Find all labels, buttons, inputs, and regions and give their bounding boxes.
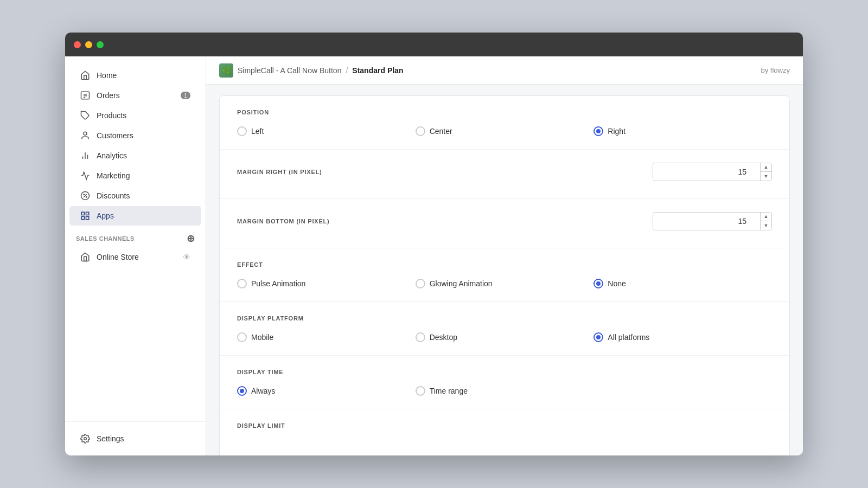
effect-radio-group: Pulse Animation Glowing Animation None bbox=[237, 279, 772, 288]
sidebar-item-analytics[interactable]: Analytics bbox=[69, 146, 201, 165]
orders-badge: 1 bbox=[181, 92, 190, 99]
sidebar-item-apps-label: Apps bbox=[97, 211, 114, 220]
sidebar: Home Orders 1 bbox=[65, 56, 206, 455]
effect-pulse-label: Pulse Animation bbox=[251, 279, 305, 288]
maximize-button[interactable] bbox=[97, 41, 104, 48]
sidebar-item-products-label: Products bbox=[97, 111, 126, 120]
svg-point-5 bbox=[84, 132, 87, 135]
margin-right-input-wrapper: ▲ ▼ bbox=[653, 163, 772, 181]
svg-rect-14 bbox=[86, 212, 89, 215]
sidebar-item-customers[interactable]: Customers bbox=[69, 126, 201, 145]
sidebar-item-discounts[interactable]: Discounts bbox=[69, 186, 201, 206]
sidebar-item-orders[interactable]: Orders 1 bbox=[69, 86, 201, 105]
position-right-option[interactable]: Right bbox=[593, 126, 772, 136]
margin-right-spinner: ▲ ▼ bbox=[760, 163, 771, 181]
position-left-label: Left bbox=[251, 127, 264, 136]
sidebar-item-home[interactable]: Home bbox=[69, 66, 201, 85]
position-radio-group: Left Center Right bbox=[237, 126, 772, 136]
effect-title: EFFECT bbox=[237, 261, 772, 268]
traffic-lights bbox=[74, 41, 104, 48]
effect-none-option[interactable]: None bbox=[593, 279, 772, 288]
sidebar-item-apps[interactable]: Apps bbox=[69, 206, 201, 226]
margin-bottom-down[interactable]: ▼ bbox=[761, 221, 771, 230]
position-right-radio[interactable] bbox=[593, 126, 603, 136]
platform-mobile-option[interactable]: Mobile bbox=[237, 332, 416, 342]
time-always-radio[interactable] bbox=[237, 386, 247, 396]
margin-right-label: MARGIN RIGHT (IN PIXEL) bbox=[237, 169, 653, 175]
content-area: POSITION Left Center bbox=[206, 85, 803, 455]
store-icon bbox=[80, 252, 90, 262]
position-left-option[interactable]: Left bbox=[237, 126, 416, 136]
effect-none-radio[interactable] bbox=[593, 279, 603, 288]
time-always-option[interactable]: Always bbox=[237, 386, 416, 396]
margin-bottom-spinner: ▲ ▼ bbox=[760, 213, 771, 230]
margin-right-down[interactable]: ▼ bbox=[761, 172, 771, 181]
margin-bottom-input[interactable] bbox=[653, 213, 760, 230]
margin-right-section: MARGIN RIGHT (IN PIXEL) ▲ ▼ bbox=[220, 150, 789, 199]
app-window: Home Orders 1 bbox=[65, 33, 803, 455]
position-center-option[interactable]: Center bbox=[416, 126, 594, 136]
platform-all-option[interactable]: All platforms bbox=[593, 332, 772, 342]
add-channel-icon[interactable]: ⊕ bbox=[187, 233, 195, 245]
display-platform-title: DISPLAY PLATFORM bbox=[237, 315, 772, 322]
effect-pulse-option[interactable]: Pulse Animation bbox=[237, 279, 416, 288]
eye-icon[interactable]: 👁 bbox=[183, 253, 190, 261]
time-range-radio[interactable] bbox=[416, 386, 425, 396]
display-time-radio-group: Always Time range bbox=[237, 386, 772, 396]
sidebar-item-settings[interactable]: Settings bbox=[69, 429, 201, 448]
display-limit-title: DISPLAY LIMIT bbox=[237, 422, 772, 429]
home-icon bbox=[80, 70, 90, 80]
effect-glow-radio[interactable] bbox=[416, 279, 425, 288]
sidebar-item-analytics-label: Analytics bbox=[97, 151, 127, 160]
margin-right-row: MARGIN RIGHT (IN PIXEL) ▲ ▼ bbox=[237, 163, 772, 181]
sidebar-item-products[interactable]: Products bbox=[69, 106, 201, 125]
platform-mobile-radio[interactable] bbox=[237, 332, 247, 342]
svg-rect-17 bbox=[84, 256, 87, 261]
svg-point-18 bbox=[84, 438, 87, 440]
discounts-icon bbox=[80, 191, 90, 201]
svg-rect-15 bbox=[81, 217, 84, 220]
margin-right-up[interactable]: ▲ bbox=[761, 163, 771, 172]
margin-bottom-label: MARGIN BOTTOM (IN PIXEL) bbox=[237, 218, 653, 224]
time-range-label: Time range bbox=[430, 387, 468, 395]
platform-desktop-label: Desktop bbox=[430, 333, 457, 342]
sidebar-item-marketing[interactable]: Marketing bbox=[69, 166, 201, 185]
sidebar-item-home-label: Home bbox=[97, 71, 117, 80]
sidebar-item-online-store[interactable]: Online Store 👁 bbox=[69, 247, 201, 267]
svg-point-11 bbox=[84, 194, 85, 195]
app-name: SimpleCall - A Call Now Button bbox=[238, 66, 341, 75]
sidebar-item-settings-label: Settings bbox=[97, 434, 124, 443]
customers-icon bbox=[80, 131, 90, 140]
analytics-icon bbox=[80, 151, 90, 160]
sidebar-item-online-store-label: Online Store bbox=[97, 253, 139, 261]
minimize-button[interactable] bbox=[85, 41, 92, 48]
display-limit-section: DISPLAY LIMIT bbox=[220, 409, 789, 455]
sales-channels-section: Sales Channels ⊕ bbox=[65, 226, 206, 247]
platform-all-radio[interactable] bbox=[593, 332, 603, 342]
app-logo: 🌿 bbox=[219, 63, 233, 78]
topbar: 🌿 SimpleCall - A Call Now Button / Stand… bbox=[206, 56, 803, 85]
sidebar-item-orders-label: Orders bbox=[97, 91, 120, 100]
margin-right-input[interactable] bbox=[653, 163, 760, 181]
orders-icon bbox=[80, 91, 90, 100]
sidebar-nav: Home Orders 1 bbox=[65, 61, 206, 421]
display-time-section: DISPLAY TIME Always Time range bbox=[220, 356, 789, 409]
products-icon bbox=[80, 111, 90, 120]
position-center-radio[interactable] bbox=[416, 126, 425, 136]
settings-card: POSITION Left Center bbox=[219, 95, 790, 455]
effect-glow-option[interactable]: Glowing Animation bbox=[416, 279, 594, 288]
by-label: by flowzy bbox=[761, 66, 790, 74]
display-platform-radio-group: Mobile Desktop All platforms bbox=[237, 332, 772, 342]
display-limit-placeholder bbox=[237, 440, 772, 448]
close-button[interactable] bbox=[74, 41, 81, 48]
page-title: Standard Plan bbox=[352, 66, 403, 75]
platform-desktop-radio[interactable] bbox=[416, 332, 425, 342]
effect-pulse-radio[interactable] bbox=[237, 279, 247, 288]
margin-bottom-up[interactable]: ▲ bbox=[761, 213, 771, 221]
main-content: 🌿 SimpleCall - A Call Now Button / Stand… bbox=[206, 56, 803, 455]
position-left-radio[interactable] bbox=[237, 126, 247, 136]
sidebar-item-discounts-label: Discounts bbox=[97, 191, 130, 200]
platform-desktop-option[interactable]: Desktop bbox=[416, 332, 594, 342]
time-range-option[interactable]: Time range bbox=[416, 386, 594, 396]
time-always-label: Always bbox=[251, 387, 275, 395]
